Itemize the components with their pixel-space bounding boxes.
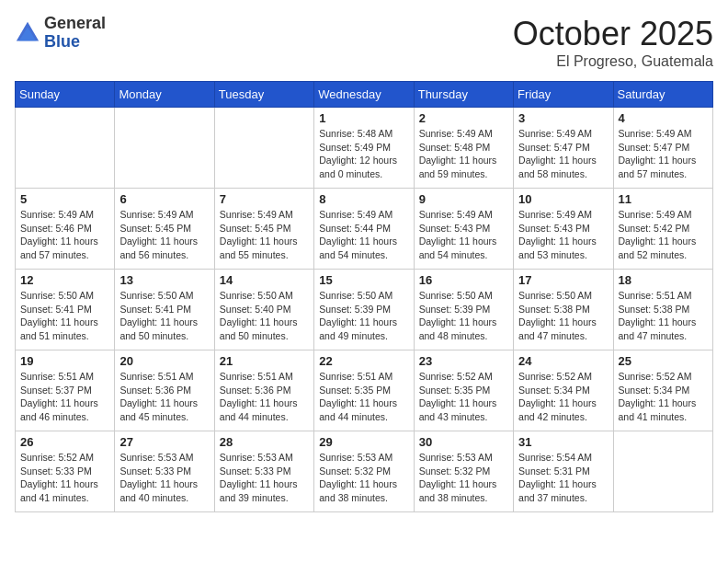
calendar-cell	[16, 108, 115, 189]
calendar-cell: 17Sunrise: 5:50 AMSunset: 5:38 PMDayligh…	[514, 270, 613, 350]
day-number: 20	[119, 354, 209, 368]
logo-general: General	[44, 15, 106, 33]
calendar-cell: 6Sunrise: 5:49 AMSunset: 5:45 PMDaylight…	[115, 189, 214, 270]
day-info: Sunrise: 5:50 AMSunset: 5:38 PMDaylight:…	[518, 289, 608, 343]
calendar-cell: 15Sunrise: 5:50 AMSunset: 5:39 PMDayligh…	[314, 270, 414, 350]
calendar-cell	[214, 108, 313, 189]
day-number: 21	[220, 354, 309, 368]
day-info: Sunrise: 5:49 AMSunset: 5:43 PMDaylight:…	[518, 208, 608, 262]
day-number: 23	[419, 354, 508, 368]
day-info: Sunrise: 5:49 AMSunset: 5:45 PMDaylight:…	[220, 208, 309, 262]
week-row-5: 26Sunrise: 5:52 AMSunset: 5:33 PMDayligh…	[16, 431, 713, 512]
day-info: Sunrise: 5:53 AMSunset: 5:33 PMDaylight:…	[220, 451, 309, 505]
weekday-header-wednesday: Wednesday	[314, 82, 414, 108]
day-number: 13	[119, 273, 209, 287]
day-info: Sunrise: 5:51 AMSunset: 5:36 PMDaylight:…	[220, 370, 309, 424]
weekday-header-thursday: Thursday	[414, 82, 513, 108]
day-number: 25	[619, 354, 708, 368]
day-info: Sunrise: 5:50 AMSunset: 5:40 PMDaylight:…	[220, 289, 309, 343]
day-info: Sunrise: 5:51 AMSunset: 5:37 PMDaylight:…	[20, 370, 109, 424]
day-info: Sunrise: 5:51 AMSunset: 5:38 PMDaylight:…	[619, 289, 708, 343]
weekday-header-friday: Friday	[514, 82, 613, 108]
day-number: 28	[220, 435, 309, 449]
calendar-cell: 18Sunrise: 5:51 AMSunset: 5:38 PMDayligh…	[613, 270, 712, 350]
calendar-cell: 31Sunrise: 5:54 AMSunset: 5:31 PMDayligh…	[514, 431, 613, 512]
calendar-cell: 27Sunrise: 5:53 AMSunset: 5:33 PMDayligh…	[115, 431, 214, 512]
week-row-2: 5Sunrise: 5:49 AMSunset: 5:46 PMDaylight…	[16, 189, 713, 270]
calendar-cell	[115, 108, 214, 189]
calendar-cell: 19Sunrise: 5:51 AMSunset: 5:37 PMDayligh…	[16, 350, 115, 431]
day-number: 19	[20, 354, 109, 368]
day-info: Sunrise: 5:50 AMSunset: 5:41 PMDaylight:…	[20, 289, 109, 343]
day-info: Sunrise: 5:54 AMSunset: 5:31 PMDaylight:…	[518, 451, 608, 505]
day-number: 30	[419, 435, 508, 449]
week-row-1: 1Sunrise: 5:48 AMSunset: 5:49 PMDaylight…	[16, 108, 713, 189]
calendar-cell: 25Sunrise: 5:52 AMSunset: 5:34 PMDayligh…	[613, 350, 712, 431]
day-number: 18	[619, 273, 708, 287]
day-number: 4	[619, 111, 708, 125]
logo-icon	[15, 20, 40, 46]
day-info: Sunrise: 5:48 AMSunset: 5:49 PMDaylight:…	[319, 127, 408, 181]
day-number: 24	[518, 354, 608, 368]
day-info: Sunrise: 5:51 AMSunset: 5:35 PMDaylight:…	[319, 370, 408, 424]
day-info: Sunrise: 5:49 AMSunset: 5:48 PMDaylight:…	[419, 127, 508, 181]
calendar-cell: 20Sunrise: 5:51 AMSunset: 5:36 PMDayligh…	[115, 350, 214, 431]
day-number: 26	[20, 435, 109, 449]
day-info: Sunrise: 5:49 AMSunset: 5:43 PMDaylight:…	[419, 208, 508, 262]
day-info: Sunrise: 5:50 AMSunset: 5:41 PMDaylight:…	[119, 289, 209, 343]
day-number: 9	[419, 192, 508, 206]
day-number: 31	[518, 435, 608, 449]
weekday-header-row: SundayMondayTuesdayWednesdayThursdayFrid…	[16, 82, 713, 108]
day-info: Sunrise: 5:49 AMSunset: 5:46 PMDaylight:…	[20, 208, 109, 262]
calendar-cell: 23Sunrise: 5:52 AMSunset: 5:35 PMDayligh…	[414, 350, 513, 431]
weekday-header-tuesday: Tuesday	[214, 82, 313, 108]
day-info: Sunrise: 5:52 AMSunset: 5:33 PMDaylight:…	[20, 451, 109, 505]
calendar-cell: 9Sunrise: 5:49 AMSunset: 5:43 PMDaylight…	[414, 189, 513, 270]
title-block: October 2025 El Progreso, Guatemala	[513, 15, 713, 70]
day-info: Sunrise: 5:53 AMSunset: 5:32 PMDaylight:…	[419, 451, 508, 505]
day-number: 11	[619, 192, 708, 206]
day-info: Sunrise: 5:49 AMSunset: 5:42 PMDaylight:…	[619, 208, 708, 262]
day-info: Sunrise: 5:49 AMSunset: 5:44 PMDaylight:…	[319, 208, 408, 262]
day-info: Sunrise: 5:49 AMSunset: 5:47 PMDaylight:…	[619, 127, 708, 181]
calendar-cell: 12Sunrise: 5:50 AMSunset: 5:41 PMDayligh…	[16, 270, 115, 350]
calendar-cell: 24Sunrise: 5:52 AMSunset: 5:34 PMDayligh…	[514, 350, 613, 431]
day-info: Sunrise: 5:50 AMSunset: 5:39 PMDaylight:…	[319, 289, 408, 343]
logo-text: General Blue	[44, 15, 106, 52]
calendar-cell: 22Sunrise: 5:51 AMSunset: 5:35 PMDayligh…	[314, 350, 414, 431]
day-number: 22	[319, 354, 408, 368]
calendar-cell: 16Sunrise: 5:50 AMSunset: 5:39 PMDayligh…	[414, 270, 513, 350]
logo: General Blue	[15, 15, 106, 52]
calendar-cell: 5Sunrise: 5:49 AMSunset: 5:46 PMDaylight…	[16, 189, 115, 270]
day-number: 2	[419, 111, 508, 125]
calendar-cell: 3Sunrise: 5:49 AMSunset: 5:47 PMDaylight…	[514, 108, 613, 189]
calendar-cell: 14Sunrise: 5:50 AMSunset: 5:40 PMDayligh…	[214, 270, 313, 350]
calendar-cell: 29Sunrise: 5:53 AMSunset: 5:32 PMDayligh…	[314, 431, 414, 512]
calendar-cell: 28Sunrise: 5:53 AMSunset: 5:33 PMDayligh…	[214, 431, 313, 512]
calendar-table: SundayMondayTuesdayWednesdayThursdayFrid…	[15, 81, 713, 512]
day-number: 27	[119, 435, 209, 449]
day-number: 16	[419, 273, 508, 287]
calendar-cell: 26Sunrise: 5:52 AMSunset: 5:33 PMDayligh…	[16, 431, 115, 512]
weekday-header-saturday: Saturday	[613, 82, 712, 108]
weekday-header-monday: Monday	[115, 82, 214, 108]
day-number: 7	[220, 192, 309, 206]
calendar-cell: 13Sunrise: 5:50 AMSunset: 5:41 PMDayligh…	[115, 270, 214, 350]
day-info: Sunrise: 5:52 AMSunset: 5:35 PMDaylight:…	[419, 370, 508, 424]
calendar-cell: 2Sunrise: 5:49 AMSunset: 5:48 PMDaylight…	[414, 108, 513, 189]
day-number: 14	[220, 273, 309, 287]
day-number: 8	[319, 192, 408, 206]
day-info: Sunrise: 5:51 AMSunset: 5:36 PMDaylight:…	[119, 370, 209, 424]
day-info: Sunrise: 5:52 AMSunset: 5:34 PMDaylight:…	[518, 370, 608, 424]
page-header: General Blue October 2025 El Progreso, G…	[15, 15, 713, 70]
calendar-cell: 7Sunrise: 5:49 AMSunset: 5:45 PMDaylight…	[214, 189, 313, 270]
logo-blue: Blue	[44, 33, 106, 52]
day-info: Sunrise: 5:53 AMSunset: 5:32 PMDaylight:…	[319, 451, 408, 505]
calendar-cell: 8Sunrise: 5:49 AMSunset: 5:44 PMDaylight…	[314, 189, 414, 270]
week-row-4: 19Sunrise: 5:51 AMSunset: 5:37 PMDayligh…	[16, 350, 713, 431]
day-info: Sunrise: 5:53 AMSunset: 5:33 PMDaylight:…	[119, 451, 209, 505]
day-info: Sunrise: 5:52 AMSunset: 5:34 PMDaylight:…	[619, 370, 708, 424]
calendar-cell: 30Sunrise: 5:53 AMSunset: 5:32 PMDayligh…	[414, 431, 513, 512]
day-number: 10	[518, 192, 608, 206]
day-number: 1	[319, 111, 408, 125]
